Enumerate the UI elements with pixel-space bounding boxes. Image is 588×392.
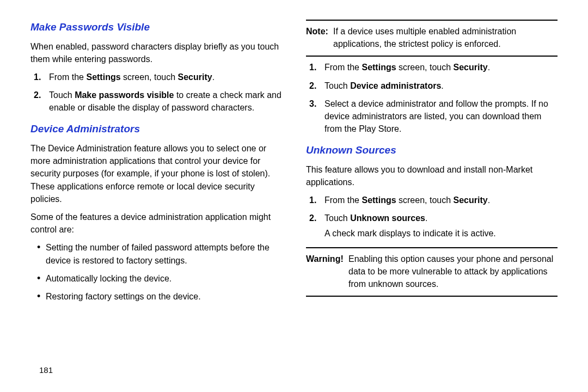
paragraph: The Device Administration feature allows… (30, 142, 282, 205)
document-page: Make Passwords Visible When enabled, pas… (0, 0, 588, 314)
step-item: 2. Touch Make passwords visible to creat… (46, 89, 282, 114)
step-trail-text: A check mark displays to indicate it is … (324, 227, 558, 240)
text: . (488, 63, 490, 72)
paragraph: When enabled, password characters displa… (30, 40, 282, 65)
text: Touch (324, 81, 350, 90)
warning-label: Warning! (306, 253, 344, 265)
step-item: 2. Touch Unknown sources. A check mark d… (321, 212, 558, 239)
step-item: 1. From the Settings screen, touch Secur… (321, 194, 558, 206)
bold-text: Settings (362, 195, 396, 205)
bullet-item: Automatically locking the device. (38, 272, 282, 285)
steps-list: 1. From the Settings screen, touch Secur… (30, 71, 282, 114)
horizontal-rule (306, 20, 558, 21)
text: From the (49, 72, 86, 82)
paragraph: This feature allows you to download and … (306, 163, 558, 188)
horizontal-rule (306, 247, 558, 248)
text: . (441, 81, 443, 90)
paragraph: Some of the features a device administra… (30, 211, 282, 236)
heading-device-administrators: Device Administrators (30, 121, 282, 137)
bold-text: Security (454, 195, 488, 205)
step-item: 1. From the Settings screen, touch Secur… (46, 71, 282, 83)
bullet-item: Restoring factory settings on the device… (38, 290, 282, 303)
text: . (425, 213, 427, 223)
bullet-list: Setting the number of failed password at… (30, 241, 282, 303)
text: Touch (324, 213, 350, 223)
steps-list: 1. From the Settings screen, touch Secur… (306, 194, 558, 240)
step-item: 2. Touch Device administrators. (321, 79, 558, 92)
bold-text: Security (454, 63, 488, 72)
step-item: 3. Select a device administrator and fol… (321, 97, 558, 136)
right-column: Note: If a device uses multiple enabled … (306, 20, 558, 308)
text: . (212, 72, 215, 82)
bold-text: Security (178, 72, 212, 82)
warning-block: Warning! Enabling this option causes you… (306, 253, 558, 291)
bold-text: Settings (362, 63, 396, 72)
note-block: Note: If a device uses multiple enabled … (306, 25, 558, 50)
bold-text: Make passwords visible (75, 90, 174, 100)
text: Select a device administrator and follow… (324, 99, 548, 133)
note-text: If a device uses multiple enabled admini… (333, 27, 516, 48)
bold-text: Device administrators (350, 81, 441, 90)
page-number: 181 (39, 365, 53, 375)
bullet-item: Setting the number of failed password at… (38, 241, 282, 266)
text: screen, touch (396, 63, 454, 72)
text: . (488, 195, 490, 205)
bold-text: Unknown sources (350, 213, 425, 223)
steps-list: 1. From the Settings screen, touch Secur… (306, 61, 558, 135)
bold-text: Settings (86, 72, 120, 82)
heading-unknown-sources: Unknown Sources (306, 143, 558, 158)
text: From the (324, 195, 362, 205)
horizontal-rule (306, 56, 558, 57)
note-label: Note: (306, 25, 328, 38)
text: Touch (49, 90, 75, 100)
warning-text: Enabling this option causes your phone a… (348, 254, 553, 289)
left-column: Make Passwords Visible When enabled, pas… (30, 20, 282, 308)
horizontal-rule (306, 296, 558, 297)
step-item: 1. From the Settings screen, touch Secur… (321, 61, 558, 74)
text: From the (324, 63, 362, 72)
text: screen, touch (121, 72, 178, 82)
text: screen, touch (396, 195, 454, 205)
heading-make-passwords-visible: Make Passwords Visible (30, 20, 282, 35)
